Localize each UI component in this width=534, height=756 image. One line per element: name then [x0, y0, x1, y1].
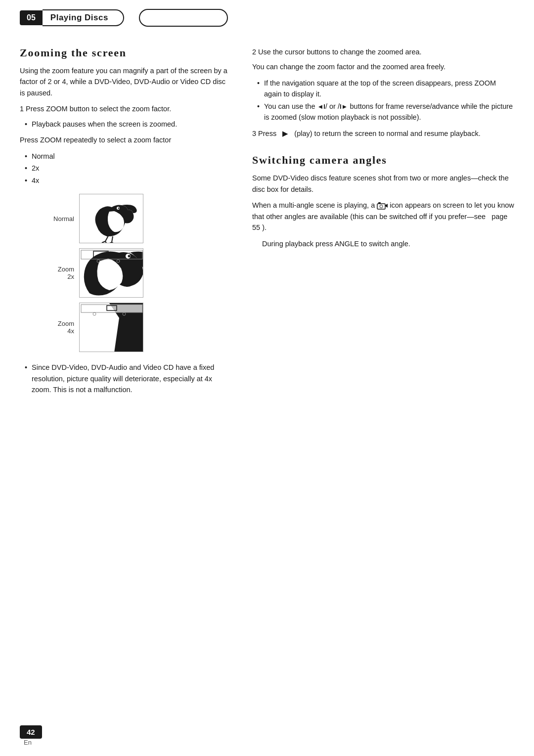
header-right-box — [139, 9, 228, 27]
left-column: Zooming the screen Using the zoom featur… — [20, 46, 247, 400]
toucan-zoom4x-svg — [80, 303, 143, 352]
svg-point-24 — [380, 205, 383, 208]
right-step2: 2 Use the cursor buttons to change the z… — [252, 46, 514, 57]
zoom-image-normal — [79, 194, 143, 243]
since-bullet: Since DVD-Video, DVD-Audio and Video CD … — [25, 362, 232, 395]
footer-language: En — [24, 739, 32, 746]
svg-rect-23 — [378, 202, 381, 204]
zoom-option-2x: 2x — [25, 163, 232, 174]
zoom-option-4x: 4x — [25, 175, 232, 186]
chapter-number: 05 — [20, 10, 43, 25]
right-column: 2 Use the cursor buttons to change the z… — [247, 46, 514, 400]
camera-section-title: Switching camera angles — [252, 154, 514, 167]
main-content: Zooming the screen Using the zoom featur… — [0, 27, 534, 400]
svg-point-11 — [128, 255, 131, 258]
toucan-zoom2x-svg — [80, 249, 143, 298]
bullet-frame: You can use the ◄I/ or /I► buttons for f… — [257, 101, 514, 123]
svg-rect-21 — [377, 204, 385, 209]
zoom-item-2x: Zoom 2x — [49, 248, 232, 298]
page-footer: 42 En — [0, 725, 534, 746]
svg-point-2 — [118, 208, 120, 209]
camera-icon — [377, 202, 388, 210]
bullet-frame-text: You can use the ◄I/ or /I► buttons for f… — [264, 102, 513, 121]
page-number: 42 — [20, 725, 42, 739]
rewind-symbol: ◄I — [317, 103, 325, 110]
zoom-image-4x — [79, 303, 143, 352]
zoom-option-normal: Normal — [25, 151, 232, 162]
forward-symbol: I► — [340, 103, 348, 110]
zoom-image-2x — [79, 248, 143, 298]
camera-para2: When a multi-angle scene is playing, a i… — [252, 200, 514, 233]
camera-para1: Some DVD-Video discs feature scenes shot… — [252, 173, 514, 195]
right-step2-detail1: You can change the zoom factor and the z… — [252, 61, 514, 72]
bullet-playback-pauses: Playback pauses when the screen is zoome… — [25, 119, 232, 130]
zoom-step1: 1 Press ZOOM button to select the zoom f… — [20, 103, 232, 114]
since-bullet-list: Since DVD-Video, DVD-Audio and Video CD … — [25, 362, 232, 395]
page-header: 05 Playing Discs — [0, 0, 534, 27]
chapter-title: Playing Discs — [43, 9, 124, 26]
zoom-options-list: Normal 2x 4x — [25, 151, 232, 186]
bullet-navigation: If the navigation square at the top of t… — [257, 78, 514, 100]
zoom-section-title: Zooming the screen — [20, 46, 232, 59]
zoom-label-4x: Zoom 4x — [49, 320, 79, 335]
toucan-normal-svg — [80, 194, 143, 243]
right-step3: 3 Press ▶ (play) to return the screen to… — [252, 128, 514, 139]
zoom-step2-intro: Press ZOOM repeatedly to select a zoom f… — [20, 134, 232, 145]
page-container: 05 Playing Discs Zooming the screen Usin… — [0, 0, 534, 756]
zoom-illustrations: Normal — [49, 194, 232, 352]
zoom-intro: Using the zoom feature you can magnify a… — [20, 65, 232, 98]
zoom-label-normal: Normal — [49, 215, 79, 222]
right-bullets: If the navigation square at the top of t… — [257, 78, 514, 123]
zoom-step1-bullets: Playback pauses when the screen is zoome… — [25, 119, 232, 130]
camera-para3: During playback press ANGLE to switch an… — [262, 238, 514, 249]
zoom-item-4x: Zoom 4x — [49, 303, 232, 352]
zoom-item-normal: Normal — [49, 194, 232, 243]
zoom-label-2x: Zoom 2x — [49, 266, 79, 280]
